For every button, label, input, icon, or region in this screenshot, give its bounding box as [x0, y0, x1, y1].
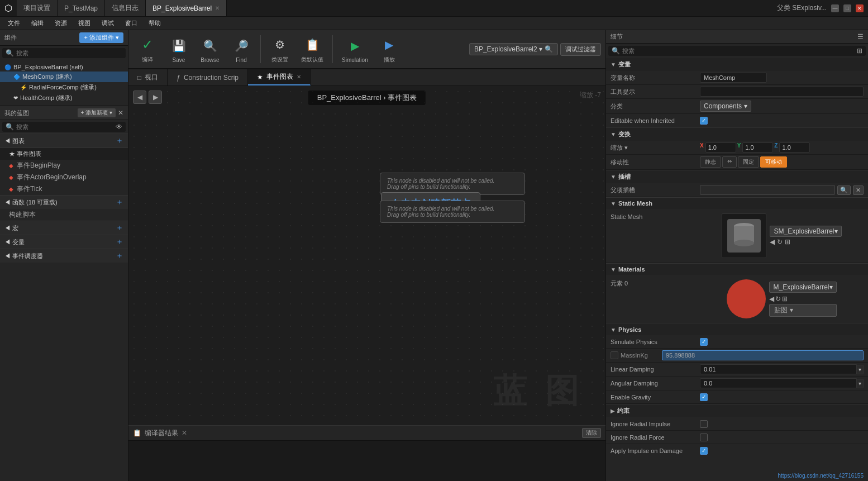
- var-editable-checkbox[interactable]: ✓: [700, 117, 708, 125]
- menu-debug[interactable]: 调试: [96, 18, 120, 28]
- tab-construction[interactable]: ƒ Construction Scrip: [168, 69, 248, 85]
- variables-section-header[interactable]: ▼ 变量: [606, 58, 868, 71]
- bp-instance-dropdown[interactable]: BP_ExplosiveBarrel2 ▾ 🔍: [469, 43, 558, 55]
- static-mesh-header[interactable]: ▼ Static Mesh: [606, 198, 868, 209]
- my-bp-search-input[interactable]: [16, 123, 113, 130]
- slot-section-header[interactable]: ▼ 插槽: [606, 170, 868, 183]
- details-menu-icon[interactable]: ☰: [857, 33, 864, 41]
- ignore-radial-force-checkbox[interactable]: [700, 434, 708, 441]
- eye-icon[interactable]: 👁: [116, 123, 122, 131]
- menu-edit[interactable]: 编辑: [26, 18, 49, 28]
- nav-forward-button[interactable]: ▶: [149, 91, 162, 104]
- material-open-button[interactable]: ⊞: [782, 295, 788, 303]
- parent-slot-input[interactable]: [700, 185, 835, 195]
- mobility-movable[interactable]: 可移动: [760, 156, 787, 168]
- materials-header[interactable]: ▼ Materials: [606, 264, 868, 275]
- angular-damping-input[interactable]: [700, 378, 857, 388]
- simulation-button[interactable]: ▶ Simulation: [337, 34, 373, 65]
- minimize-button[interactable]: —: [831, 4, 839, 12]
- slot-clear-button[interactable]: ✕: [853, 185, 864, 195]
- scale-z-input[interactable]: [779, 142, 810, 153]
- bp-graphs-header[interactable]: ◀ 图表 ＋: [0, 134, 128, 147]
- maximize-button[interactable]: □: [843, 4, 851, 12]
- ignore-radial-impulse-checkbox[interactable]: [700, 420, 708, 428]
- enable-gravity-checkbox[interactable]: ✓: [700, 393, 708, 401]
- tab-log[interactable]: 信息日志: [105, 0, 146, 16]
- mobility-static[interactable]: 静态: [700, 156, 721, 168]
- comp-item-self[interactable]: 🔵 BP_ExplosiveBarrel (self): [0, 63, 128, 72]
- add-component-button[interactable]: + 添加组件 ▾: [79, 32, 123, 43]
- simulate-physics-checkbox[interactable]: ✓: [700, 338, 708, 346]
- var-category-dropdown[interactable]: Components ▾: [700, 101, 751, 112]
- add-function-button[interactable]: ＋: [116, 197, 123, 207]
- comp-item-mesh[interactable]: 🔷 MeshComp (继承): [0, 72, 128, 82]
- material-dropdown[interactable]: M_ExplosiveBarrel ▾: [769, 282, 836, 293]
- apply-impulse-checkbox[interactable]: ✓: [700, 447, 708, 455]
- comp-item-radial[interactable]: ⚡ RadialForceComp (继承): [0, 82, 128, 93]
- add-variable-button[interactable]: ＋: [116, 237, 123, 247]
- mobility-stationary[interactable]: ⇔: [722, 156, 737, 168]
- details-search-input[interactable]: [622, 47, 855, 54]
- linear-damping-arrow[interactable]: ▾: [857, 365, 864, 374]
- menu-help[interactable]: 帮助: [143, 18, 166, 28]
- menu-file[interactable]: 文件: [2, 18, 26, 28]
- mass-input[interactable]: [662, 350, 864, 360]
- var-name-input[interactable]: [700, 73, 767, 83]
- add-macro-button[interactable]: ＋: [116, 223, 123, 233]
- tab-eventgraph[interactable]: ★ 事件图表 ✕: [248, 69, 311, 85]
- details-search-expand[interactable]: ⊞: [857, 47, 862, 55]
- tab-viewport[interactable]: □ 视口: [128, 69, 168, 85]
- bp-item-tick[interactable]: ◆ 事件Tick: [0, 183, 128, 195]
- save-button[interactable]: 💾 Save: [164, 34, 193, 65]
- clear-compile-button[interactable]: 清除: [582, 428, 601, 438]
- class-defaults-button[interactable]: 📋 类默认值: [297, 32, 328, 66]
- add-new-button[interactable]: + 添加新项 ▾: [78, 108, 116, 117]
- bp-item-beginoverlap[interactable]: ◆ 事件ActorBeginOverlap: [0, 172, 128, 183]
- transform-section-header[interactable]: ▼ 变换: [606, 128, 868, 141]
- mesh-dropdown[interactable]: SM_ExplosiveBarrel ▾: [770, 226, 841, 237]
- close-compile-icon[interactable]: ✕: [182, 429, 187, 437]
- material-refresh-button[interactable]: ↻: [775, 295, 781, 303]
- close-button[interactable]: ✕: [856, 4, 864, 12]
- add-dispatcher-button[interactable]: ＋: [116, 251, 123, 261]
- scale-y-input[interactable]: [742, 142, 773, 153]
- components-search-input[interactable]: [16, 50, 122, 56]
- bp-item-construct[interactable]: 构建脚本: [0, 209, 128, 221]
- class-settings-button[interactable]: ⚙ 类设置: [265, 32, 294, 66]
- menu-assets[interactable]: 资源: [49, 18, 73, 28]
- browse-button[interactable]: 🔍 Browse: [195, 34, 225, 65]
- bp-item-beginplay[interactable]: ◆ 事件BeginPlay: [0, 160, 128, 172]
- close-tab-barrel[interactable]: ✕: [215, 5, 220, 11]
- material-back-button[interactable]: ◀: [769, 295, 774, 303]
- close-my-bp[interactable]: ✕: [118, 109, 123, 117]
- linear-damping-input[interactable]: [700, 364, 857, 374]
- angular-damping-arrow[interactable]: ▾: [857, 379, 864, 388]
- bp-variables-header[interactable]: ◀ 变量 ＋: [0, 235, 128, 249]
- constraints-header[interactable]: ▶ 约束: [606, 404, 868, 417]
- tiling-button[interactable]: 贴图 ▾: [769, 304, 836, 317]
- tab-map[interactable]: P_TestMap: [58, 0, 105, 16]
- add-graph-button[interactable]: ＋: [116, 136, 123, 146]
- tab-project[interactable]: 项目设置: [17, 0, 58, 16]
- scale-x-input[interactable]: [705, 142, 736, 153]
- physics-header[interactable]: ▼ Physics: [606, 324, 868, 335]
- mesh-back-button[interactable]: ◀: [770, 238, 775, 246]
- nav-back-button[interactable]: ◀: [133, 91, 146, 104]
- mobility-fixed[interactable]: 固定: [738, 156, 759, 168]
- bp-eventgraph-header[interactable]: ★ 事件图表: [0, 147, 128, 160]
- bp-functions-header[interactable]: ◀ 函数 (18 可重载) ＋: [0, 195, 128, 209]
- mass-checkbox[interactable]: [611, 351, 618, 359]
- tab-barrel[interactable]: BP_ExplosiveBarrel ✕: [146, 0, 227, 16]
- debug-filter-button[interactable]: 调试过滤器: [560, 43, 601, 56]
- mesh-open-button[interactable]: ⊞: [785, 238, 790, 246]
- var-tooltip-input[interactable]: [700, 87, 864, 97]
- mesh-refresh-button[interactable]: ↻: [777, 238, 783, 246]
- compile-button[interactable]: ✓ 编译: [133, 32, 162, 66]
- bp-canvas[interactable]: ◀ ▶ BP_ExplosiveBarrel › 事件图表 缩放 -7 This…: [128, 86, 605, 425]
- bp-dispatchers-header[interactable]: ◀ 事件调度器 ＋: [0, 249, 128, 263]
- bp-macros-header[interactable]: ◀ 宏 ＋: [0, 221, 128, 235]
- slot-search-button[interactable]: 🔍: [837, 185, 851, 195]
- close-eventgraph-tab[interactable]: ✕: [297, 74, 301, 80]
- find-button[interactable]: 🔎 Find: [227, 34, 256, 65]
- menu-window[interactable]: 窗口: [120, 18, 143, 28]
